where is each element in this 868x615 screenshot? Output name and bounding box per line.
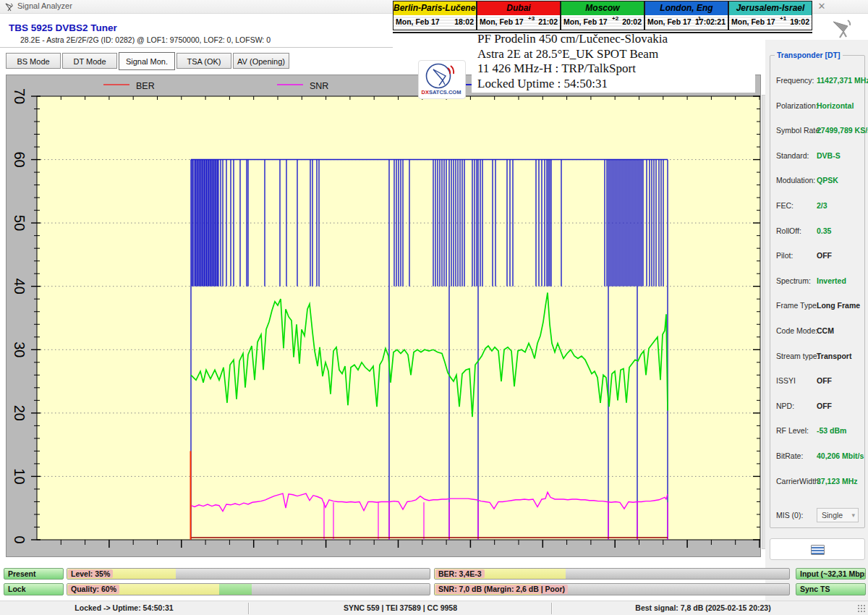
field-value: 2/3	[817, 201, 827, 210]
clock-body: Mon, Feb 17+220:02	[561, 15, 644, 30]
field-value: CCM	[817, 326, 834, 335]
clock-utc-offset: +1	[780, 15, 786, 22]
clock-date: Mon, Feb 17	[647, 17, 692, 26]
svg-text:30: 30	[12, 342, 27, 357]
transponder-row: Polarization:Horizontal	[770, 101, 864, 111]
field-label: CarrierWidth:	[776, 477, 821, 485]
tab-signal-mon-[interactable]: Signal Mon.	[119, 52, 175, 70]
input-badge: Input (~32,31 Mbps)	[796, 568, 866, 580]
field-value: OFF	[817, 376, 832, 385]
field-value: Inverted	[817, 276, 846, 285]
tuner-title: TBS 5925 DVBS2 Tuner	[9, 22, 117, 33]
clock-date: Mon, Feb 17	[396, 17, 440, 26]
clock-dubai: DubaiMon, Feb 17+321:02	[477, 1, 561, 30]
tuner-subtitle: 28.2E - Astra 2E/2F/2G (ID: 0282) @ LOF1…	[20, 35, 271, 44]
quality-bar-label: Quality: 60%	[68, 585, 119, 594]
field-value: 27499,789 KS/s	[817, 126, 868, 135]
field-label: Stream type:	[776, 352, 820, 360]
field-value: OFF	[817, 402, 832, 410]
mis-select[interactable]: Single ▾	[817, 508, 859, 522]
field-label: Modulation:	[776, 176, 815, 184]
lock-badge: Lock	[4, 583, 64, 595]
field-label: ISSYI	[776, 376, 796, 385]
clock-city: Moscow	[561, 1, 644, 16]
clock-city: Dubai	[477, 1, 560, 16]
caption-overlay: PF Prodelin 450 cm/Lučenec-SlovakiaAstra…	[472, 30, 755, 93]
field-value: Long Frame	[817, 301, 860, 310]
field-label: RF Level:	[776, 426, 809, 435]
quality-bar: Quality: 60%	[67, 583, 430, 595]
field-label: RollOff:	[776, 226, 801, 235]
sync-ts-badge: Sync TS	[796, 583, 866, 595]
close-icon[interactable]: ✕	[816, 1, 827, 12]
level-bar-label: Level: 35%	[68, 569, 113, 578]
transponder-groupbox: Transponder [DT] Frequency:11427,371 MHz…	[770, 55, 865, 528]
transponder-row: Stream type:Transport	[770, 352, 864, 362]
svg-text:40: 40	[12, 279, 27, 294]
transponder-row: Symbol Rate:27499,789 KS/s	[770, 126, 864, 136]
field-label: FEC:	[776, 201, 793, 210]
clock-london-eng: London, EngMon, Feb 17-117:02:21	[644, 1, 728, 30]
clock-utc-offset: +2	[612, 15, 618, 22]
field-value: 40,206 Mbit/s	[817, 451, 864, 460]
world-clocks-panel: Berlin-Paris-LučenecMon, Feb 1718:02Duba…	[393, 1, 812, 33]
clock-body: Mon, Feb 17-117:02:21	[645, 15, 728, 30]
tab-tsa-ok-[interactable]: TSA (OK)	[176, 53, 231, 69]
clock-utc-offset: +3	[528, 15, 535, 22]
clock-time: 18:02	[454, 17, 474, 26]
field-label: Spectrum:	[776, 276, 811, 285]
transponder-panel: Transponder [DT] Frequency:11427,371 MHz…	[765, 40, 868, 615]
status-uptime: Locked -> Uptime: 54:50:31	[0, 601, 248, 615]
clock-time: 19:02	[790, 17, 809, 26]
transponder-row: Code Mode:CCM	[770, 326, 864, 336]
field-label: Standard:	[776, 151, 809, 160]
resize-grip[interactable]	[858, 605, 867, 614]
clock-moscow: MoscowMon, Feb 17+220:02	[561, 1, 644, 30]
field-label: Frame Type:	[776, 301, 819, 310]
clock-jerusalem-israel: Jerusalem-IsraelMon, Feb 17+119:02	[728, 1, 812, 30]
clock-city: London, Eng	[645, 1, 728, 16]
signal-plot: 010203040506070	[7, 75, 760, 556]
level-bar: Level: 35%	[67, 568, 430, 580]
ts-tool-button[interactable]	[770, 538, 865, 560]
field-label: NPD:	[776, 402, 794, 410]
ber-bar: BER: 3,4E-3	[434, 568, 790, 580]
transponder-row: CarrierWidth:37,123 MHz	[770, 477, 864, 487]
field-value: 11427,371 MHz	[817, 76, 868, 85]
tab-av-opening-[interactable]: AV (Opening)	[233, 53, 289, 69]
app-icon	[4, 1, 14, 14]
transponder-row: RF Level:-53 dBm	[770, 426, 864, 436]
clock-body: Mon, Feb 17+321:02	[477, 15, 560, 30]
field-value: QPSK	[817, 176, 838, 184]
svg-text:0: 0	[12, 535, 27, 543]
ts-list-icon	[811, 545, 825, 555]
transponder-title: Transponder [DT]	[775, 51, 843, 59]
status-sync-counters: SYNC 559 | TEI 37589 | CC 9958	[250, 601, 551, 615]
status-best-signal: Best signal: 7,8 dB (2025-02-15 20:23)	[553, 601, 854, 615]
tab-dt-mode[interactable]: DT Mode	[62, 53, 117, 69]
dxsatcs-logo: DXSATCS.COM	[418, 60, 466, 99]
field-value: 0.35	[817, 226, 831, 235]
clock-city: Jerusalem-Israel	[729, 1, 812, 16]
clock-time: 20:02	[622, 17, 642, 26]
field-value: -53 dBm	[817, 426, 846, 435]
clock-date: Mon, Feb 17	[480, 17, 524, 26]
transponder-row: NPD:OFF	[770, 402, 864, 412]
transponder-row: Standard:DVB-S	[770, 151, 864, 161]
svg-text:20: 20	[12, 405, 27, 421]
transponder-row: RollOff:0.35	[770, 226, 864, 237]
transponder-row: ISSYIOFF	[770, 376, 864, 386]
field-label: Symbol Rate:	[776, 126, 822, 135]
svg-text:70: 70	[12, 88, 27, 104]
clock-date: Mon, Feb 17	[731, 17, 775, 26]
transponder-row: Pilot:OFF	[770, 251, 864, 261]
svg-text:50: 50	[12, 215, 27, 231]
field-value: Horizontal	[817, 101, 854, 110]
field-label: Code Mode:	[776, 326, 817, 335]
window-title: Signal Analyzer	[17, 1, 72, 10]
transponder-row: Spectrum:Inverted	[770, 276, 864, 287]
tab-bs-mode[interactable]: BS Mode	[6, 53, 61, 69]
ber-bar-label: BER: 3,4E-3	[435, 569, 485, 578]
caption-line: Astra 2E at 28.5°E_UK SPOT Beam	[477, 47, 752, 62]
mis-row: MIS (0): Single ▾	[770, 511, 864, 521]
